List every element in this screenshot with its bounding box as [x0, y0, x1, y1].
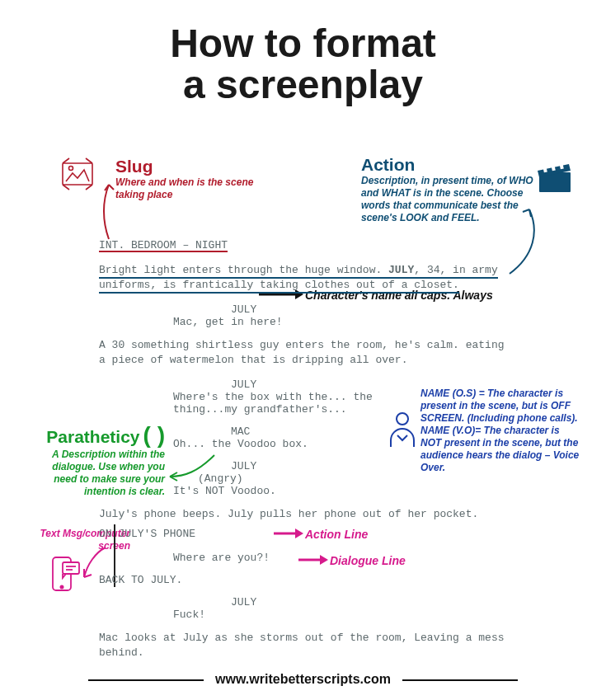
char-5: JULY	[231, 596, 511, 608]
action-1-bold: JULY	[388, 264, 414, 276]
svg-rect-10	[63, 562, 79, 574]
dial-4: It's NOT Voodoo.	[173, 485, 420, 497]
dial-3: Oh... the Voodoo box.	[173, 438, 420, 450]
action-heading: Action	[361, 155, 534, 175]
action-2: A 30 something shirtless guy enters the …	[99, 338, 511, 367]
svg-point-1	[69, 167, 73, 171]
dial-1: Mac, get in here!	[173, 316, 420, 328]
slug-desc: Where and when is the scene taking place	[115, 176, 272, 201]
back-to: BACK TO JULY.	[99, 574, 511, 586]
screenplay-body: INT. BEDROOM – NIGHT Bright light enters…	[99, 239, 511, 533]
footer-url: www.writebetterscripts.com	[0, 672, 606, 687]
char-3: MAC	[231, 425, 511, 438]
title-line2: a screenplay	[183, 63, 423, 106]
slug-arrow	[97, 180, 119, 246]
dial-5: Where are you?!	[173, 552, 420, 564]
action-4: Mac looks at July as she storms out of t…	[99, 631, 511, 660]
dial-6: Fuck!	[173, 608, 420, 621]
slugline: INT. BEDROOM – NIGHT	[99, 239, 511, 251]
action-3: July's phone beeps. July pulls her phone…	[99, 507, 511, 522]
char-2: JULY	[231, 378, 511, 391]
char-1: JULY	[231, 303, 511, 316]
paren-4: (Angry)	[198, 472, 511, 485]
char-4: JULY	[231, 460, 511, 472]
onphone-block: ON JULY'S PHONE Where are you?! BACK TO …	[99, 528, 511, 671]
slug-label-block: Slug Where and when is the scene taking …	[115, 157, 272, 201]
clapperboard-icon	[536, 161, 574, 195]
page-title: How to format a screenplay	[0, 0, 606, 106]
title-line1: How to format	[170, 21, 436, 65]
svg-point-9	[60, 585, 63, 588]
slug-heading: Slug	[115, 157, 272, 176]
on-phone-slug: ON JULY'S PHONE	[99, 528, 511, 540]
theater-icon	[58, 157, 97, 196]
action-1-pre: Bright light enters through the huge win…	[99, 264, 388, 276]
action-1: Bright light enters through the huge win…	[99, 263, 511, 292]
phone-message-icon	[48, 554, 82, 597]
svg-rect-0	[63, 163, 92, 185]
dial-2: Where's the box with the... the thing...…	[173, 391, 420, 416]
